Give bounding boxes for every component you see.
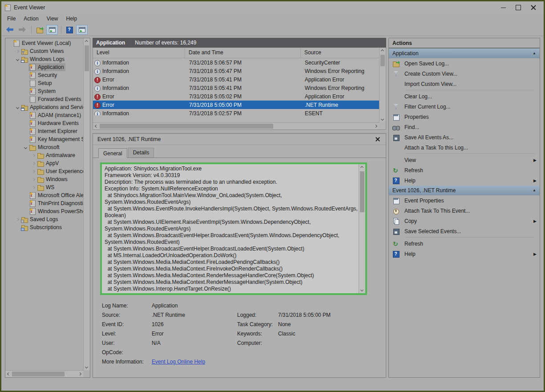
list-scroll-up-button[interactable] bbox=[379, 48, 386, 54]
action-view[interactable]: View▶ bbox=[389, 155, 540, 165]
tree-item-forwarded-events[interactable]: Forwarded Events bbox=[5, 95, 85, 103]
show-action-pane-icon[interactable] bbox=[76, 25, 88, 35]
collapse-icon[interactable]: ▲ bbox=[533, 51, 536, 55]
table-row[interactable]: Error7/31/2018 5:05:41 PMApplication Err… bbox=[93, 75, 379, 84]
actions-section-application[interactable]: Application▲ bbox=[389, 48, 540, 58]
menu-view[interactable]: View bbox=[43, 15, 62, 23]
menu-help[interactable]: Help bbox=[62, 15, 81, 23]
expander-right-icon[interactable] bbox=[30, 154, 36, 157]
action-clear-log-[interactable]: Clear Log... bbox=[389, 91, 540, 101]
tree-item-microsoft[interactable]: Microsoft bbox=[5, 143, 85, 151]
action-find-[interactable]: Find... bbox=[389, 122, 540, 132]
actions-section-event-1026-net-runtime[interactable]: Event 1026, .NET Runtime▲ bbox=[389, 186, 540, 195]
tree-scroll-up-button[interactable] bbox=[83, 38, 90, 45]
action-help[interactable]: Help▶ bbox=[389, 175, 540, 186]
tree-item-key-management-service[interactable]: Key Management Service bbox=[5, 135, 85, 143]
list-scroll-right-button[interactable] bbox=[372, 123, 379, 129]
action-event-properties[interactable]: Event Properties bbox=[389, 195, 540, 206]
tree-hscroll-thumb[interactable] bbox=[12, 372, 65, 376]
tree-horizontal-scrollbar[interactable] bbox=[5, 370, 83, 377]
list-scroll-down-button[interactable] bbox=[379, 116, 386, 122]
tree-item-event-viewer-local-[interactable]: Event Viewer (Local) bbox=[5, 39, 85, 47]
action-help[interactable]: Help▶ bbox=[389, 249, 540, 259]
action-properties[interactable]: Properties bbox=[389, 112, 540, 122]
tree-item-windows-powershell[interactable]: Windows PowerShell bbox=[5, 207, 85, 215]
expander-right-icon[interactable] bbox=[14, 50, 20, 53]
desc-scroll-thumb[interactable] bbox=[360, 171, 364, 212]
tree-item-application[interactable]: Application bbox=[5, 63, 85, 71]
table-row[interactable]: Error7/31/2018 5:05:00 PM.NET Runtime bbox=[93, 101, 379, 109]
tree-item-ws[interactable]: WS bbox=[5, 183, 85, 191]
menu-action[interactable]: Action bbox=[20, 15, 42, 23]
event-log-online-help-link[interactable]: Event Log Online Help bbox=[152, 359, 205, 365]
action-copy[interactable]: Copy▶ bbox=[389, 216, 540, 226]
column-header-source[interactable]: Source bbox=[301, 48, 379, 58]
open-saved-log-icon[interactable] bbox=[34, 25, 45, 35]
expander-right-icon[interactable] bbox=[30, 170, 36, 173]
pane-splitter[interactable] bbox=[93, 130, 386, 133]
table-row[interactable]: Information7/31/2018 5:05:41 PMWindows E… bbox=[93, 84, 379, 92]
tree-vertical-scrollbar[interactable] bbox=[83, 38, 90, 370]
tree-item-microsoft-office-alerts[interactable]: Microsoft Office Alerts bbox=[5, 191, 85, 199]
tree-item-thinprint-diagnostics[interactable]: ThinPrint Diagnostics bbox=[5, 199, 85, 207]
action-save-all-events-as-[interactable]: Save All Events As... bbox=[389, 132, 540, 142]
action-attach-a-task-to-this-log-[interactable]: Attach a Task To this Log... bbox=[389, 142, 540, 153]
close-detail-icon[interactable] bbox=[374, 136, 381, 143]
tab-details[interactable]: Details bbox=[128, 148, 154, 158]
action-refresh[interactable]: Refresh bbox=[389, 238, 540, 249]
forward-icon[interactable] bbox=[16, 25, 28, 35]
tree-item-adam-instance1-[interactable]: ADAM (instance1) bbox=[5, 111, 85, 119]
desc-scroll-up-button[interactable] bbox=[359, 164, 365, 171]
collapse-icon[interactable]: ▲ bbox=[533, 188, 536, 192]
description-scrollbar[interactable] bbox=[359, 164, 365, 293]
expander-down-icon[interactable] bbox=[14, 58, 20, 61]
table-row[interactable]: Error7/31/2018 5:05:02 PMApplication Err… bbox=[93, 92, 379, 101]
tree-item-setup[interactable]: Setup bbox=[5, 79, 85, 87]
list-vertical-scrollbar[interactable] bbox=[379, 48, 386, 122]
help-icon[interactable] bbox=[64, 25, 75, 35]
action-import-custom-view-[interactable]: Import Custom View... bbox=[389, 79, 540, 89]
tree-scroll-left-button[interactable] bbox=[5, 371, 12, 377]
tree-item-windows-logs[interactable]: Windows Logs bbox=[5, 55, 85, 63]
tree-scroll-thumb[interactable] bbox=[85, 45, 89, 71]
menu-file[interactable]: File bbox=[3, 15, 20, 23]
tree-item-user-experience-virtua[interactable]: User Experience Virtua bbox=[5, 167, 85, 175]
list-hscroll-thumb[interactable] bbox=[100, 124, 273, 129]
back-icon[interactable] bbox=[4, 25, 16, 35]
tree-item-system[interactable]: System bbox=[5, 87, 85, 95]
expander-right-icon[interactable] bbox=[30, 178, 36, 181]
expander-down-icon[interactable] bbox=[22, 146, 28, 149]
action-attach-task-to-this-event-[interactable]: Attach Task To This Event... bbox=[389, 206, 540, 216]
table-row[interactable]: Information7/31/2018 5:02:57 PMESENT bbox=[93, 109, 379, 115]
tree-item-security[interactable]: Security bbox=[5, 71, 85, 79]
desc-scroll-down-button[interactable] bbox=[359, 287, 365, 293]
list-scroll-left-button[interactable] bbox=[93, 123, 100, 129]
maximize-button[interactable] bbox=[511, 2, 526, 13]
tree-item-hardware-events[interactable]: Hardware Events bbox=[5, 119, 85, 127]
action-refresh[interactable]: Refresh bbox=[389, 165, 540, 175]
tree-item-saved-logs[interactable]: Saved Logs bbox=[5, 215, 85, 223]
tree-item-appv[interactable]: AppV bbox=[5, 159, 85, 167]
expander-right-icon[interactable] bbox=[30, 186, 36, 189]
column-header-date-and-time[interactable]: Date and Time bbox=[185, 48, 301, 58]
tree-item-internet-explorer[interactable]: Internet Explorer bbox=[5, 127, 85, 135]
tree-scroll-right-button[interactable] bbox=[77, 371, 83, 377]
expander-down-icon[interactable] bbox=[14, 106, 20, 109]
action-open-saved-log-[interactable]: Open Saved Log... bbox=[389, 58, 540, 69]
tree-scroll-down-button[interactable] bbox=[83, 364, 90, 370]
minimize-button[interactable] bbox=[496, 2, 511, 13]
action-filter-current-log-[interactable]: Filter Current Log... bbox=[389, 101, 540, 112]
tree-item-antimalware[interactable]: Antimalware bbox=[5, 151, 85, 159]
close-button[interactable] bbox=[526, 2, 541, 13]
expander-right-icon[interactable] bbox=[30, 162, 36, 165]
tab-general[interactable]: General bbox=[98, 148, 127, 158]
column-header-level[interactable]: Level bbox=[93, 48, 185, 58]
list-scroll-thumb[interactable] bbox=[380, 55, 385, 66]
tree-item-custom-views[interactable]: Custom Views bbox=[5, 47, 85, 55]
table-row[interactable]: Information7/31/2018 5:06:57 PMSecurityC… bbox=[93, 58, 379, 67]
show-console-tree-icon[interactable] bbox=[46, 25, 58, 35]
list-horizontal-scrollbar[interactable] bbox=[93, 122, 379, 129]
tree-item-applications-and-services-lo[interactable]: Applications and Services Lo bbox=[5, 103, 85, 111]
expander-right-icon[interactable] bbox=[14, 218, 20, 221]
action-save-selected-events-[interactable]: Save Selected Events... bbox=[389, 226, 540, 236]
